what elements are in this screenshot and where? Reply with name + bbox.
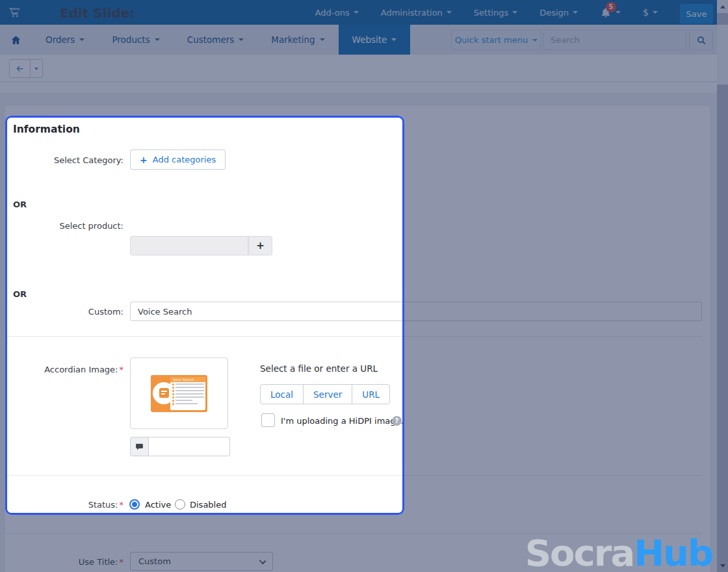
scrollbar-thumb[interactable]	[717, 25, 728, 84]
watermark-part2: Hub	[634, 532, 712, 572]
select-category-label: Select Category:	[0, 155, 124, 165]
nav-item-orders[interactable]: Orders	[32, 25, 98, 55]
use-title-label-text: Use Title:	[79, 557, 118, 567]
notification-badge: 5	[606, 2, 616, 12]
menu-administration-label: Administration	[381, 8, 443, 18]
chevron-down-icon	[34, 68, 38, 70]
search-icon	[696, 35, 707, 46]
hidpi-label: I'm uploading a HiDPI image.	[281, 416, 404, 426]
use-title-value: Custom	[138, 556, 171, 566]
back-button[interactable]	[9, 59, 31, 78]
currency-label: $	[643, 7, 649, 18]
required-mark: *	[120, 557, 124, 567]
back-dropdown-button[interactable]	[31, 59, 43, 78]
product-picker: +	[130, 236, 272, 255]
select-product-label: Select product:	[0, 221, 124, 231]
status-label: Status:*	[0, 500, 124, 510]
divider	[6, 336, 702, 337]
required-mark: *	[120, 500, 124, 510]
accordian-image-label-text: Accordian Image:	[44, 365, 118, 374]
use-title-label: Use Title:*	[0, 557, 124, 567]
chevron-down-icon	[532, 39, 538, 42]
page-header	[0, 55, 717, 82]
plus-icon: +	[256, 240, 265, 252]
document-icon	[159, 388, 169, 398]
speech-bubble-icon	[135, 443, 144, 451]
menu-administration[interactable]: Administration	[381, 8, 452, 18]
nav-item-website-label: Website	[352, 34, 387, 45]
help-icon[interactable]: ?	[392, 416, 402, 426]
tab-server[interactable]: Server	[303, 384, 352, 404]
accordian-image-label: Accordian Image:*	[0, 365, 124, 374]
thumbnail-content: Voice Search	[170, 377, 205, 410]
tab-url[interactable]: URL	[352, 384, 390, 404]
scrollbar-down-button[interactable]	[717, 559, 728, 572]
notifications-button[interactable]: 5	[600, 6, 621, 18]
divider	[6, 475, 702, 476]
tab-local[interactable]: Local	[260, 384, 304, 404]
hidpi-checkbox[interactable]	[261, 413, 275, 427]
nav-item-marketing-label: Marketing	[271, 34, 315, 45]
chevron-down-icon	[573, 11, 578, 14]
quick-start-menu-button[interactable]: Quick start menu	[451, 30, 541, 50]
search-input[interactable]	[543, 30, 686, 50]
image-alt-input[interactable]	[149, 437, 230, 456]
arrow-down-icon	[720, 564, 725, 567]
chevron-down-icon	[616, 11, 621, 14]
add-categories-button[interactable]: + Add categories	[130, 150, 226, 170]
menu-settings-label: Settings	[474, 8, 508, 18]
or-separator-1: OR	[13, 200, 27, 209]
search-button[interactable]	[689, 30, 713, 50]
use-title-select[interactable]: Custom	[130, 552, 273, 571]
chevron-down-icon	[391, 38, 396, 41]
arrow-up-icon	[720, 5, 725, 8]
custom-label: Custom:	[0, 307, 124, 317]
thumbnail-title: Voice Search	[170, 377, 205, 382]
chevron-down-icon	[447, 11, 452, 14]
nav-item-marketing[interactable]: Marketing	[257, 25, 338, 55]
custom-input[interactable]	[130, 302, 702, 321]
menu-design[interactable]: Design	[540, 8, 578, 18]
scrollbar-track[interactable]	[717, 0, 728, 572]
menu-settings[interactable]: Settings	[474, 8, 517, 18]
status-radio-disabled[interactable]	[175, 499, 185, 510]
section-title: Information	[13, 124, 80, 135]
image-preview-box: Voice Search	[130, 358, 228, 429]
chevron-down-icon	[239, 38, 244, 41]
menu-design-label: Design	[540, 8, 569, 18]
chevron-down-icon	[320, 38, 325, 41]
plus-icon: +	[140, 155, 148, 165]
currency-menu[interactable]: $	[643, 7, 658, 18]
home-icon[interactable]	[0, 25, 32, 55]
nav-item-products[interactable]: Products	[98, 25, 173, 55]
nav-item-orders-label: Orders	[46, 34, 75, 45]
cart-icon[interactable]	[8, 6, 21, 19]
file-source-tabs: Local Server URL	[260, 384, 390, 404]
nav-item-customers-label: Customers	[187, 34, 235, 45]
or-separator-2: OR	[13, 289, 27, 299]
main-navbar: Orders Products Customers Marketing Webs…	[0, 25, 717, 55]
menu-addons[interactable]: Add-ons	[315, 8, 359, 18]
quick-start-menu-label: Quick start menu	[455, 35, 528, 45]
watermark-part1: Socra	[525, 532, 634, 572]
nav-item-customers[interactable]: Customers	[174, 25, 258, 55]
slide-thumbnail: Voice Search	[151, 375, 207, 412]
add-product-button[interactable]: +	[248, 236, 272, 255]
status-disabled-label: Disabled	[190, 500, 226, 510]
save-button[interactable]: Save	[680, 4, 713, 24]
chevron-down-icon	[259, 558, 266, 564]
status-active-label: Active	[145, 500, 171, 510]
nav-item-website-active[interactable]: Website	[339, 25, 411, 55]
menu-addons-label: Add-ons	[315, 8, 350, 18]
scrollbar-up-button[interactable]	[717, 0, 728, 13]
chevron-down-icon	[653, 11, 658, 14]
back-button-group	[9, 59, 43, 78]
watermark: SocraHub	[525, 532, 712, 572]
chevron-down-icon	[79, 38, 84, 41]
page-title: Edit Slide:	[60, 5, 135, 21]
image-alt-group	[130, 437, 230, 456]
chevron-down-icon	[354, 11, 359, 14]
status-radio-active[interactable]	[129, 499, 140, 510]
product-input[interactable]	[130, 236, 248, 255]
comment-addon	[130, 437, 149, 456]
